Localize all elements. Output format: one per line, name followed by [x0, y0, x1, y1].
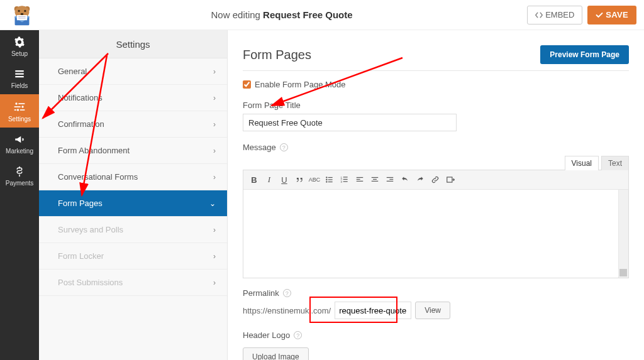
- scrollbar[interactable]: [618, 190, 628, 278]
- subnav-conversational-forms[interactable]: Conversational Forms›: [39, 164, 227, 190]
- svg-point-14: [15, 102, 17, 104]
- subnav-form-locker[interactable]: Form Locker›: [39, 243, 227, 270]
- insert-icon[interactable]: [443, 173, 457, 187]
- svg-point-23: [326, 179, 327, 180]
- form-page-title-input[interactable]: [243, 114, 457, 131]
- permalink-label-text: Permalink: [243, 288, 279, 298]
- subnav-notifications-label: Notifications: [58, 93, 103, 102]
- svg-text:3: 3: [341, 180, 343, 183]
- settings-subnav: Settings General› Notifications› Confirm…: [39, 30, 228, 360]
- chevron-right-icon: ›: [213, 252, 216, 261]
- align-center-icon[interactable]: [368, 173, 382, 187]
- svg-rect-40: [389, 179, 393, 180]
- permalink-slug-input[interactable]: [335, 302, 411, 319]
- svg-rect-19: [20, 109, 25, 111]
- message-label-text: Message: [243, 143, 276, 152]
- blockquote-icon[interactable]: [292, 173, 306, 187]
- nav-fields[interactable]: Fields: [0, 62, 39, 94]
- view-button[interactable]: View: [415, 302, 450, 319]
- editor-tab-visual[interactable]: Visual: [565, 156, 599, 170]
- nav-payments[interactable]: Payments: [0, 160, 39, 192]
- subnav-general[interactable]: General›: [39, 58, 227, 85]
- permalink-label: Permalink ?: [243, 288, 629, 298]
- svg-point-21: [326, 177, 327, 178]
- subnav-conversational-label: Conversational Forms: [58, 172, 138, 182]
- italic-icon[interactable]: I: [262, 173, 276, 187]
- svg-rect-22: [328, 177, 333, 178]
- subnav-surveys-polls[interactable]: Surveys and Polls›: [39, 217, 227, 243]
- bold-icon[interactable]: B: [247, 173, 261, 187]
- strikethrough-icon[interactable]: ABC: [308, 173, 321, 187]
- svg-rect-28: [343, 177, 348, 177]
- nav-setup-label: Setup: [11, 50, 28, 57]
- subnav-form-pages[interactable]: Form Pages⌄: [39, 190, 227, 217]
- svg-point-18: [17, 109, 19, 111]
- help-icon[interactable]: ?: [283, 289, 291, 297]
- preview-form-page-button[interactable]: Preview Form Page: [540, 45, 629, 64]
- nav-fields-label: Fields: [11, 82, 28, 89]
- enable-form-page-mode-checkbox[interactable]: [243, 80, 251, 89]
- help-icon[interactable]: ?: [294, 331, 302, 339]
- numbered-list-icon[interactable]: 123: [338, 173, 352, 187]
- header-logo-label: Header Logo ?: [243, 330, 629, 340]
- subnav-surveys-label: Surveys and Polls: [58, 225, 123, 234]
- svg-point-4: [24, 9, 26, 11]
- chevron-right-icon: ›: [213, 120, 216, 129]
- align-left-icon[interactable]: [353, 173, 367, 187]
- nav-setup[interactable]: Setup: [0, 30, 39, 62]
- embed-label: EMBED: [545, 10, 574, 19]
- nav-marketing[interactable]: Marketing: [0, 128, 39, 160]
- svg-rect-20: [14, 109, 16, 111]
- nav-settings-label: Settings: [8, 116, 31, 123]
- undo-icon[interactable]: [398, 173, 412, 187]
- embed-button[interactable]: EMBED: [527, 6, 582, 25]
- divider: [243, 70, 629, 71]
- svg-rect-13: [15, 76, 24, 77]
- subnav-confirmation[interactable]: Confirmation›: [39, 111, 227, 138]
- page-heading: Form Pages: [243, 48, 311, 62]
- link-icon[interactable]: [428, 173, 442, 187]
- enable-form-page-mode-row[interactable]: Enable Form Page Mode: [243, 80, 629, 89]
- svg-point-3: [18, 9, 19, 11]
- subnav-post-submissions[interactable]: Post Submissions›: [39, 270, 227, 296]
- nav-settings[interactable]: Settings: [0, 94, 39, 128]
- subnav-notifications[interactable]: Notifications›: [39, 85, 227, 111]
- svg-rect-26: [328, 182, 333, 182]
- svg-rect-12: [15, 74, 24, 75]
- chevron-down-icon: ⌄: [209, 199, 216, 208]
- chevron-right-icon: ›: [213, 67, 216, 76]
- subnav-form-pages-label: Form Pages: [58, 199, 103, 208]
- help-icon[interactable]: ?: [280, 143, 288, 151]
- svg-rect-37: [373, 179, 377, 180]
- subnav-form-locker-label: Form Locker: [58, 251, 104, 261]
- bullet-list-icon[interactable]: [323, 173, 336, 187]
- subnav-form-abandonment[interactable]: Form Abandonment›: [39, 138, 227, 164]
- editing-prefix: Now editing: [211, 9, 264, 20]
- align-right-icon[interactable]: [383, 173, 397, 187]
- svg-rect-32: [343, 181, 348, 182]
- nav-payments-label: Payments: [6, 180, 33, 187]
- editor-textarea[interactable]: [243, 190, 628, 278]
- nav-marketing-label: Marketing: [6, 148, 33, 155]
- rich-text-editor: B I U ABC 123: [243, 170, 629, 278]
- subnav-form-abandonment-label: Form Abandonment: [58, 146, 130, 155]
- editor-tab-text[interactable]: Text: [601, 156, 629, 170]
- header-logo-label-text: Header Logo: [243, 330, 290, 340]
- left-nav: Setup Fields Settings Marketing Payments: [0, 30, 39, 360]
- save-button[interactable]: SAVE: [587, 6, 636, 25]
- redo-icon[interactable]: [413, 173, 427, 187]
- chevron-right-icon: ›: [213, 146, 216, 155]
- svg-rect-11: [15, 70, 24, 72]
- svg-rect-38: [372, 181, 379, 182]
- svg-rect-33: [357, 177, 364, 178]
- chevron-right-icon: ›: [213, 173, 216, 182]
- svg-rect-15: [18, 103, 25, 104]
- svg-rect-41: [387, 181, 394, 182]
- svg-point-16: [21, 106, 23, 107]
- chevron-right-icon: ›: [213, 226, 216, 234]
- svg-point-25: [326, 181, 327, 182]
- chevron-right-icon: ›: [213, 278, 216, 287]
- top-bar: Now editing Request Free Quote EMBED SAV…: [0, 0, 644, 30]
- upload-image-button[interactable]: Upload Image: [243, 347, 309, 360]
- underline-icon[interactable]: U: [277, 173, 291, 187]
